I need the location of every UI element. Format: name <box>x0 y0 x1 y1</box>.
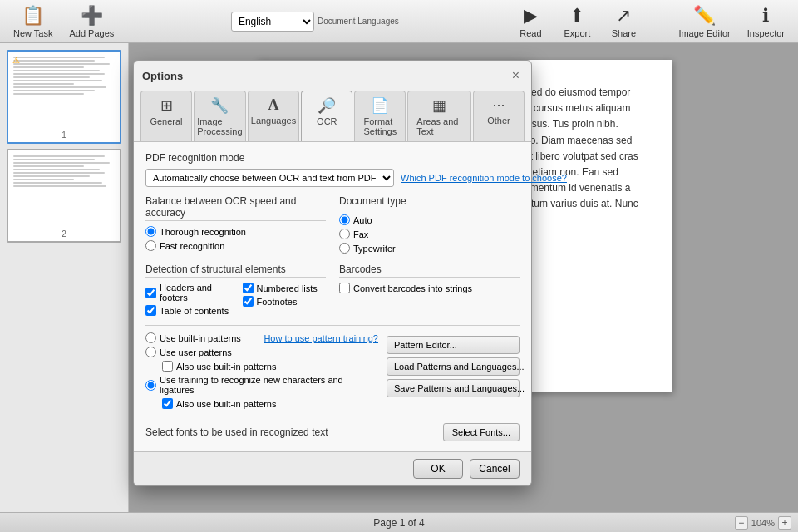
also-builtin-1-checkbox[interactable] <box>162 361 173 372</box>
general-tab-label: General <box>150 116 182 126</box>
read-label: Read <box>520 28 541 38</box>
struct-checkboxes: Headers and footers Table of contents Nu… <box>145 283 326 318</box>
tab-other[interactable]: ··· Other <box>473 91 525 141</box>
toc-label: Table of contents <box>160 306 229 316</box>
areas-text-tab-icon: ▦ <box>432 96 446 115</box>
doctype-label: Document type <box>339 195 520 209</box>
headers-footers-label: Headers and footers <box>160 283 229 303</box>
barcodes-label: Barcodes <box>339 264 520 278</box>
new-task-button[interactable]: 📋 New Task <box>7 2 59 42</box>
document-languages-label: Document Languages <box>318 17 399 26</box>
cancel-button[interactable]: Cancel <box>470 459 520 479</box>
auto-radio[interactable] <box>339 214 350 225</box>
balance-doctype-section: Balance between OCR speed and accuracy T… <box>145 195 520 257</box>
share-icon: ↗ <box>616 5 631 27</box>
fonts-label: Select fonts to be used in recognized te… <box>145 426 328 438</box>
select-fonts-button[interactable]: Select Fonts... <box>443 423 520 441</box>
dialog-title: Options <box>142 70 183 82</box>
barcodes-checkbox[interactable] <box>339 283 350 293</box>
fast-label: Fast recognition <box>160 241 224 251</box>
share-button[interactable]: ↗ Share <box>602 2 645 42</box>
typewriter-label: Typewriter <box>353 244 396 254</box>
options-dialog: Options × ⊞ General 🔧 ImageProcessing A … <box>133 60 532 486</box>
language-select[interactable]: English <box>231 12 314 32</box>
use-training-label: Use training to recognize new characters… <box>160 375 378 395</box>
typewriter-radio[interactable] <box>339 243 350 254</box>
also-builtin-1-label: Also use built-in patterns <box>176 362 276 372</box>
pdf-mode-select[interactable]: Automatically choose between OCR and tex… <box>145 169 394 187</box>
read-button[interactable]: ▶ Read <box>509 2 552 42</box>
thumb-number-1: 1 <box>11 131 117 140</box>
inspector-label: Inspector <box>747 28 785 38</box>
use-builtin-label: Use built-in patterns <box>160 333 241 343</box>
pdf-mode-link[interactable]: Which PDF recognition mode to choose? <box>401 173 567 183</box>
use-builtin-radio[interactable] <box>145 332 156 343</box>
tab-areas-and-text[interactable]: ▦ Areas and Text <box>407 91 471 141</box>
use-user-radio[interactable] <box>145 347 156 357</box>
inspector-icon: ℹ <box>762 5 769 27</box>
also-builtin-2-row: Also use built-in patterns <box>162 398 378 409</box>
add-pages-button[interactable]: ➕ Add Pages <box>62 2 121 42</box>
thumbnail-1[interactable]: ⚠ 1 <box>7 50 121 144</box>
tab-general[interactable]: ⊞ General <box>140 91 192 141</box>
thumbnail-sidebar: ⚠ 1 2 <box>0 43 129 512</box>
footnotes-row: Footnotes <box>243 296 327 307</box>
pattern-editor-button[interactable]: Pattern Editor... <box>387 336 520 354</box>
export-button[interactable]: ⬆ Export <box>555 2 598 42</box>
inspector-button[interactable]: ℹ Inspector <box>741 2 791 42</box>
dialog-footer: OK Cancel <box>134 451 531 485</box>
tab-image-processing[interactable]: 🔧 ImageProcessing <box>194 91 246 141</box>
toc-checkbox[interactable] <box>145 305 156 316</box>
format-settings-tab-icon: 📄 <box>371 96 389 115</box>
ok-button[interactable]: OK <box>413 459 463 479</box>
numbered-lists-label: Numbered lists <box>257 283 318 293</box>
headers-footers-checkbox[interactable] <box>145 288 156 298</box>
new-task-icon: 📋 <box>22 5 44 27</box>
fast-radio[interactable] <box>145 240 156 251</box>
structural-label: Detection of structural elements <box>145 264 326 278</box>
new-task-label: New Task <box>13 28 52 38</box>
image-editor-label: Image Editor <box>678 28 730 38</box>
also-builtin-2-label: Also use built-in patterns <box>176 399 276 409</box>
pdf-mode-row: Automatically choose between OCR and tex… <box>145 169 520 187</box>
auto-label: Auto <box>353 215 372 225</box>
thumb-image-1: ⚠ <box>11 54 117 129</box>
thumbnail-2[interactable]: 2 <box>7 149 121 243</box>
status-bar: Page 1 of 4 − 104% + <box>0 512 798 532</box>
tab-languages[interactable]: A Languages <box>248 91 300 141</box>
numbered-lists-row: Numbered lists <box>243 283 327 293</box>
headers-footers-row: Headers and footers <box>145 283 229 303</box>
languages-tab-icon: A <box>268 96 278 114</box>
numbered-lists-checkbox[interactable] <box>243 283 254 293</box>
thorough-label: Thorough recognition <box>160 227 246 237</box>
footnotes-checkbox[interactable] <box>243 296 254 307</box>
image-editor-button[interactable]: ✏️ Image Editor <box>672 2 736 42</box>
use-user-row: Use user patterns <box>145 347 378 357</box>
thorough-recognition-row: Thorough recognition <box>145 226 326 237</box>
export-icon: ⬆ <box>569 5 584 27</box>
dialog-titlebar: Options × <box>134 61 531 84</box>
toolbar: 📋 New Task ➕ Add Pages English Document … <box>0 0 798 43</box>
dialog-body: PDF recognition mode Automatically choos… <box>134 142 531 451</box>
pattern-buttons: Pattern Editor... Load Patterns and Lang… <box>387 332 520 412</box>
format-settings-tab-label: FormatSettings <box>363 116 397 136</box>
use-training-radio[interactable] <box>145 380 156 391</box>
also-builtin-2-checkbox[interactable] <box>162 398 173 409</box>
struct-left: Headers and footers Table of contents <box>145 283 229 318</box>
image-processing-tab-label: ImageProcessing <box>197 116 242 136</box>
fast-recognition-row: Fast recognition <box>145 240 326 251</box>
fax-radio[interactable] <box>339 229 350 239</box>
load-patterns-button[interactable]: Load Patterns and Languages... <box>387 357 520 376</box>
zoom-plus-button[interactable]: + <box>778 516 791 530</box>
dialog-close-button[interactable]: × <box>509 67 523 84</box>
auto-radio-row: Auto <box>339 214 520 225</box>
tab-ocr[interactable]: 🔎 OCR <box>301 91 352 141</box>
pattern-help-link[interactable]: How to use pattern training? <box>264 333 378 343</box>
thorough-radio[interactable] <box>145 226 156 237</box>
save-patterns-button[interactable]: Save Patterns and Languages... <box>387 379 520 397</box>
page-indicator: Page 1 of 4 <box>373 517 424 529</box>
tab-bar: ⊞ General 🔧 ImageProcessing A Languages … <box>134 84 531 142</box>
image-editor-icon: ✏️ <box>693 5 716 27</box>
zoom-minus-button[interactable]: − <box>735 516 748 530</box>
tab-format-settings[interactable]: 📄 FormatSettings <box>354 91 406 141</box>
